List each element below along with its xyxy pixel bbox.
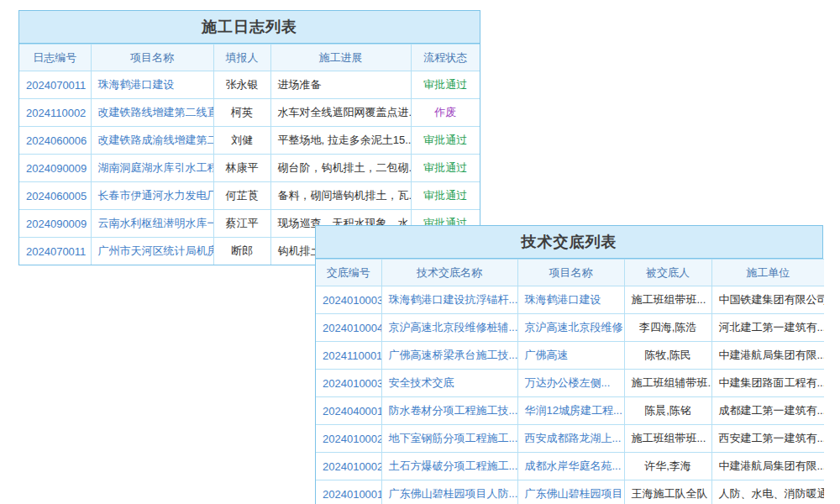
log-id-cell[interactable]: 2024070011 (19, 238, 91, 265)
log-id-cell[interactable]: 2024090009 (19, 155, 91, 182)
table-row[interactable]: 2024010003安全技术交底万达办公楼左侧...施工班组辅带班...中建集团… (316, 370, 824, 397)
disclosure-name-cell[interactable]: 广佛高速桥梁承台施工技... (381, 342, 517, 370)
receiver-cell: 陈牧,陈民 (624, 342, 711, 370)
reporter-cell: 刘健 (213, 127, 270, 155)
receiver-cell: 李四海,陈浩 (624, 314, 711, 342)
disclosure-name-cell[interactable]: 地下室钢筋分项工程施工... (381, 425, 517, 453)
disclosure-id-cell[interactable]: 2024010001 (316, 480, 381, 504)
disclosure-name-cell[interactable]: 京沪高速北京段维修桩辅... (381, 314, 517, 342)
project-name-cell[interactable]: 长春市伊通河水力发电厂... (91, 182, 213, 210)
table-row[interactable]: 2024010002地下室钢筋分项工程施工...西安成都路龙湖上...施工班组带… (316, 425, 824, 453)
progress-cell: 平整场地, 拉走多余泥土15... (270, 127, 411, 155)
unit-cell: 中建港航局集团有限... (711, 453, 824, 480)
table-row[interactable]: 2024060006改建铁路成渝线增建第二...刘健平整场地, 拉走多余泥土15… (19, 127, 480, 155)
unit-cell: 西安建工第一建筑有... (711, 425, 824, 453)
col-header-status: 流程状态 (411, 45, 480, 71)
project-name-cell[interactable]: 改建铁路线增建第二线直... (91, 99, 213, 127)
project-name-cell[interactable]: 华润12城房建工程... (517, 397, 624, 425)
table-row[interactable]: 2024070011珠海鹤港口建设张永银进场准备审批通过 (19, 71, 480, 99)
receiver-cell: 施工班组辅带班... (624, 370, 711, 397)
tech-disclosure-table: 交底编号 技术交底名称 项目名称 被交底人 施工单位 2024010003珠海鹤… (316, 259, 824, 504)
receiver-cell: 许华,李海 (624, 453, 711, 480)
col-header-project-name: 项目名称 (91, 45, 213, 71)
receiver-cell: 王海施工队全队 (624, 480, 711, 504)
unit-cell: 河北建工第一建筑有... (711, 314, 824, 342)
progress-cell: 备料，砌间墙钩机排土，瓦... (270, 182, 411, 210)
unit-cell: 人防、水电、消防暖通... (711, 480, 824, 504)
table-row[interactable]: 2024090009湖南洞庭湖水库引水工程...林康平砌台阶，钩机排土，二包砌.… (19, 155, 480, 182)
disclosure-id-cell[interactable]: 2024010002 (316, 453, 381, 480)
table-row[interactable]: 2024010003珠海鹤港口建设抗浮锚杆...珠海鹤港口建设施工班组带班...… (316, 286, 824, 314)
col-header-disclosure-id: 交底编号 (316, 260, 381, 286)
unit-cell: 中建港航局集团有限... (711, 342, 824, 370)
progress-cell: 水车对全线遮阳网覆盖点进... (270, 99, 411, 127)
disclosure-id-cell[interactable]: 2024040001 (316, 397, 381, 425)
project-name-cell[interactable]: 湖南洞庭湖水库引水工程... (91, 155, 213, 182)
status-badge: 审批通过 (411, 155, 480, 182)
unit-cell: 成都建工第一建筑有... (711, 397, 824, 425)
col-header-unit: 施工单位 (711, 260, 824, 286)
receiver-cell: 施工班组带班... (624, 286, 711, 314)
project-name-cell[interactable]: 万达办公楼左侧... (517, 370, 624, 397)
table-row[interactable]: 2024010001广东佛山碧桂园项目人防...广东佛山碧桂园项目王海施工队全队… (316, 480, 824, 504)
status-badge: 审批通过 (411, 127, 480, 155)
disclosure-id-cell[interactable]: 2024010003 (316, 286, 381, 314)
disclosure-id-cell[interactable]: 2024110001 (316, 342, 381, 370)
log-id-cell[interactable]: 2024110002 (19, 99, 91, 127)
disclosure-id-cell[interactable]: 2024010003 (316, 370, 381, 397)
status-badge: 作废 (411, 99, 480, 127)
project-name-cell[interactable]: 珠海鹤港口建设 (517, 286, 624, 314)
project-name-cell[interactable]: 云南水利枢纽潜明水库一... (91, 210, 213, 238)
col-header-disclosure-name: 技术交底名称 (381, 260, 517, 286)
reporter-cell: 断郎 (213, 238, 270, 265)
table-row[interactable]: 2024010004京沪高速北京段维修桩辅...京沪高速北京段维修李四海,陈浩河… (316, 314, 824, 342)
receiver-cell: 施工班组带班... (624, 425, 711, 453)
reporter-cell: 林康平 (213, 155, 270, 182)
log-id-cell[interactable]: 2024060006 (19, 127, 91, 155)
col-header-log-id: 日志编号 (19, 45, 91, 71)
log-table-header-row: 日志编号 项目名称 填报人 施工进展 流程状态 (19, 45, 480, 71)
unit-cell: 中国铁建集团有限公司 (711, 286, 824, 314)
progress-cell: 进场准备 (270, 71, 411, 99)
table-row[interactable]: 2024040001防水卷材分项工程施工技...华润12城房建工程...陈晨,陈… (316, 397, 824, 425)
disclosure-table-header-row: 交底编号 技术交底名称 项目名称 被交底人 施工单位 (316, 260, 824, 286)
project-name-cell[interactable]: 广东佛山碧桂园项目 (517, 480, 624, 504)
tech-disclosure-title: 技术交底列表 (316, 226, 822, 259)
col-header-receiver: 被交底人 (624, 260, 711, 286)
disclosure-name-cell[interactable]: 安全技术交底 (381, 370, 517, 397)
disclosure-id-cell[interactable]: 2024010004 (316, 314, 381, 342)
reporter-cell: 蔡江平 (213, 210, 270, 238)
log-id-cell[interactable]: 2024070011 (19, 71, 91, 99)
progress-cell: 砌台阶，钩机排土，二包砌... (270, 155, 411, 182)
log-id-cell[interactable]: 2024090009 (19, 210, 91, 238)
reporter-cell: 何芷莨 (213, 182, 270, 210)
status-badge: 审批通过 (411, 71, 480, 99)
project-name-cell[interactable]: 广州市天河区统计局机房... (91, 238, 213, 265)
project-name-cell[interactable]: 广佛高速 (517, 342, 624, 370)
project-name-cell[interactable]: 成都水岸华庭名苑... (517, 453, 624, 480)
table-row[interactable]: 2024110002改建铁路线增建第二线直...柯英水车对全线遮阳网覆盖点进..… (19, 99, 480, 127)
col-header-project-name: 项目名称 (517, 260, 624, 286)
disclosure-name-cell[interactable]: 广东佛山碧桂园项目人防... (381, 480, 517, 504)
col-header-progress: 施工进展 (270, 45, 411, 71)
table-row[interactable]: 2024060005长春市伊通河水力发电厂...何芷莨备料，砌间墙钩机排土，瓦.… (19, 182, 480, 210)
table-row[interactable]: 2024010002土石方爆破分项工程施工...成都水岸华庭名苑...许华,李海… (316, 453, 824, 480)
table-row[interactable]: 2024110001广佛高速桥梁承台施工技...广佛高速陈牧,陈民中建港航局集团… (316, 342, 824, 370)
reporter-cell: 张永银 (213, 71, 270, 99)
unit-cell: 中建集团路面工程有... (711, 370, 824, 397)
construction-log-title: 施工日志列表 (19, 11, 480, 44)
tech-disclosure-panel: 技术交底列表 交底编号 技术交底名称 项目名称 被交底人 施工单位 202401… (315, 225, 823, 504)
log-id-cell[interactable]: 2024060005 (19, 182, 91, 210)
disclosure-id-cell[interactable]: 2024010002 (316, 425, 381, 453)
receiver-cell: 陈晨,陈铭 (624, 397, 711, 425)
project-name-cell[interactable]: 京沪高速北京段维修 (517, 314, 624, 342)
disclosure-name-cell[interactable]: 珠海鹤港口建设抗浮锚杆... (381, 286, 517, 314)
reporter-cell: 柯英 (213, 99, 270, 127)
disclosure-name-cell[interactable]: 土石方爆破分项工程施工... (381, 453, 517, 480)
project-name-cell[interactable]: 珠海鹤港口建设 (91, 71, 213, 99)
col-header-reporter: 填报人 (213, 45, 270, 71)
disclosure-name-cell[interactable]: 防水卷材分项工程施工技... (381, 397, 517, 425)
project-name-cell[interactable]: 西安成都路龙湖上... (517, 425, 624, 453)
project-name-cell[interactable]: 改建铁路成渝线增建第二... (91, 127, 213, 155)
status-badge: 审批通过 (411, 182, 480, 210)
